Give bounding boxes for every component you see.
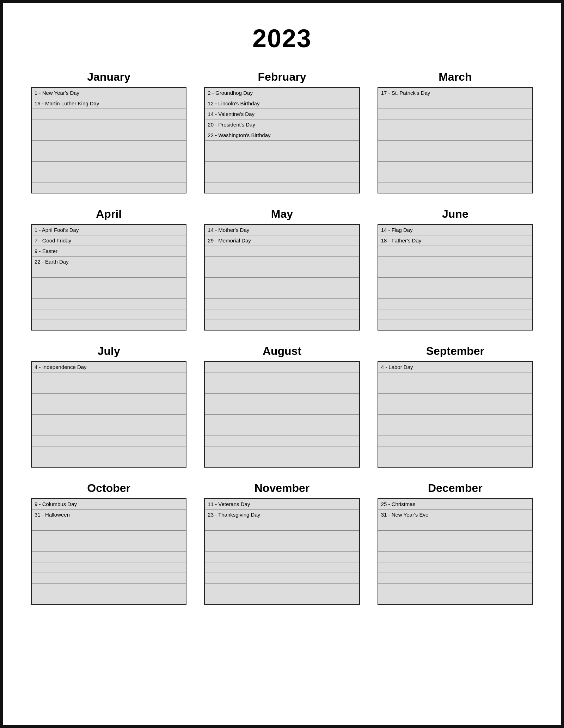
event-cell [31,183,186,193]
event-cell [378,562,533,573]
event-cell [378,404,533,414]
table-row [378,288,533,298]
table-row [31,562,186,573]
event-cell: 29 - Memorial Day [204,235,359,246]
table-row: 7 - Good Friday [31,235,186,246]
table-row [378,541,533,551]
event-cell [31,383,186,393]
table-row [31,372,186,383]
event-cell [31,267,186,277]
table-row [378,457,533,467]
event-cell [204,151,359,161]
month-title-december: December [378,482,533,495]
table-row [204,573,359,583]
month-table-may: 14 - Mother's Day29 - Memorial Day [204,224,360,331]
table-row [31,109,186,119]
event-cell [31,530,186,541]
event-cell [204,362,359,372]
event-cell [204,372,359,383]
table-row [204,520,359,530]
event-cell: 17 - St. Patrick's Day [378,87,533,98]
table-row [378,414,533,425]
table-row [378,320,533,330]
month-title-october: October [31,482,186,495]
event-cell [31,425,186,436]
table-row [204,562,359,573]
event-cell [378,457,533,467]
table-row: 20 - President's Day [204,119,359,130]
table-row [204,183,359,193]
event-cell [31,298,186,309]
event-cell [378,541,533,551]
event-cell [378,267,533,277]
event-cell [378,109,533,119]
table-row [378,172,533,183]
month-table-october: 9 - Columbus Day31 - Halloween [31,498,186,605]
event-cell: 23 - Thanksgiving Day [204,509,359,520]
month-block-june: June14 - Flag Day18 - Father's Day [378,208,533,331]
table-row [31,530,186,541]
event-cell [204,140,359,151]
table-row [204,425,359,436]
table-row [378,404,533,414]
event-cell [31,309,186,320]
table-row [378,256,533,267]
month-block-march: March17 - St. Patrick's Day [378,70,533,193]
month-title-may: May [204,208,360,221]
table-row [31,436,186,446]
table-row [378,98,533,109]
month-block-august: August [204,345,360,468]
event-cell [378,530,533,541]
table-row [378,530,533,541]
event-cell [31,161,186,172]
table-row: 12 - Lincoln's Birthday [204,98,359,109]
table-row: 18 - Father's Day [378,235,533,246]
event-cell [204,425,359,436]
table-row [31,541,186,551]
table-row [378,277,533,288]
table-row [31,309,186,320]
event-cell [31,583,186,594]
table-row [31,520,186,530]
event-cell [31,562,186,573]
table-row [378,309,533,320]
event-cell [204,414,359,425]
event-cell [204,383,359,393]
event-cell [204,183,359,193]
table-row: 22 - Earth Day [31,256,186,267]
event-cell [31,573,186,583]
table-row [204,372,359,383]
table-row [204,541,359,551]
table-row [378,109,533,119]
table-row [204,436,359,446]
event-cell [31,594,186,604]
event-cell [31,372,186,383]
event-cell [204,446,359,457]
table-row [31,151,186,161]
table-row [204,551,359,562]
event-cell [378,393,533,404]
event-cell [378,119,533,130]
event-cell: 2 - Groundhog Day [204,87,359,98]
event-cell [31,277,186,288]
month-table-march: 17 - St. Patrick's Day [378,87,533,193]
table-row [204,320,359,330]
month-title-march: March [378,70,533,84]
event-cell [204,562,359,573]
event-cell: 4 - Labor Day [378,362,533,372]
event-cell [204,298,359,309]
table-row: 4 - Independence Day [31,362,186,372]
event-cell [31,414,186,425]
event-cell [204,320,359,330]
table-row [378,573,533,583]
month-title-november: November [204,482,360,495]
table-row [204,277,359,288]
table-row: 2 - Groundhog Day [204,87,359,98]
event-cell: 22 - Washington's Birthday [204,130,359,140]
table-row [204,161,359,172]
month-table-april: 1 - April Fool's Day7 - Good Friday9 - E… [31,224,186,331]
table-row [204,256,359,267]
month-title-february: February [204,70,360,84]
event-cell [31,320,186,330]
table-row [378,594,533,604]
